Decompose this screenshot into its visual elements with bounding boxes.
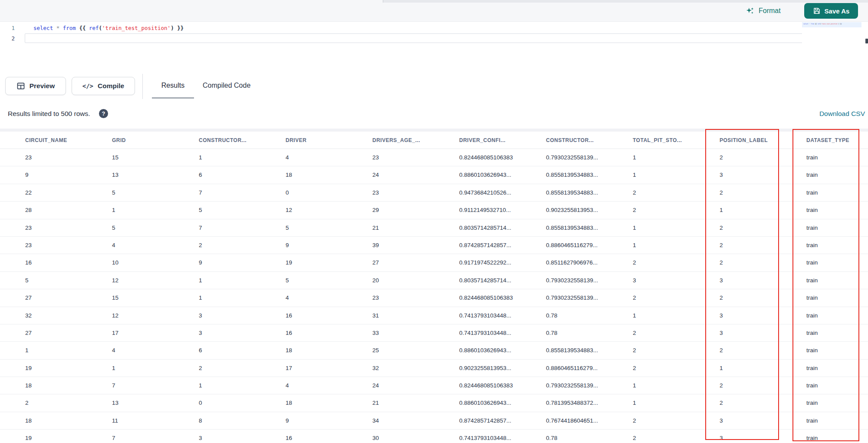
table-cell: 2 (694, 377, 781, 394)
code-line-1[interactable]: select * from {{ ref('train_test_positio… (33, 24, 184, 32)
table-cell: 32 (347, 360, 434, 377)
table-row: 23429390.8742857142857...0.8860465116279… (0, 237, 868, 254)
table-cell: 0.7930232558139... (521, 272, 608, 289)
table-cell: 3 (174, 307, 260, 324)
table-cell: 0.824468085106383 (434, 377, 521, 394)
table-cell: train (781, 272, 868, 289)
table-cell: 15 (87, 149, 174, 166)
table-cell: train (781, 394, 868, 411)
table-cell: 27 (0, 324, 87, 341)
table-cell: 0.7674418604651... (521, 412, 608, 429)
table-row: 231514230.8244680851063830.7930232558139… (0, 149, 868, 166)
compile-button[interactable]: </> Compile (72, 77, 135, 95)
table-cell: 1 (694, 202, 781, 218)
sparkles-icon (746, 7, 755, 16)
column-header: CONSTRUCTOR... (174, 132, 260, 149)
toolbar-divider (142, 74, 143, 99)
column-header: DRIVERS_AGE_... (347, 132, 434, 149)
table-cell: 18 (260, 166, 347, 183)
table-cell: 18 (0, 412, 87, 429)
table-cell: 2 (694, 237, 781, 254)
table-cell: train (781, 324, 868, 341)
table-cell: 0.8860103626943... (434, 166, 521, 183)
line-number-2: 2 (0, 35, 15, 42)
code-token: ( (99, 25, 102, 31)
download-csv-link[interactable]: Download CSV (819, 110, 865, 118)
table-cell: 15 (87, 289, 174, 306)
save-as-button-label: Save As (825, 7, 850, 15)
table-row: 14618250.8860103626943...0.8558139534883… (0, 342, 868, 359)
table-cell: 2 (608, 289, 694, 306)
table-row: 213018210.8860103626943...0.781395348837… (0, 394, 868, 412)
table-cell: 0.8860103626943... (434, 394, 521, 411)
table-cell: train (781, 254, 868, 271)
table-cell: 0.7413793103448... (434, 430, 521, 443)
table-cell: 23 (0, 149, 87, 166)
table-row: 51215200.8035714285714...0.7930232558139… (0, 272, 868, 289)
table-cell: 0.78 (521, 430, 608, 443)
table-cell: 2 (608, 412, 694, 429)
table-cell: 6 (174, 342, 260, 359)
column-header: CONSTRUCTOR... (521, 132, 608, 149)
table-cell: 0.8558139534883... (521, 184, 608, 201)
table-cell: 1 (608, 219, 694, 236)
save-as-button[interactable]: Save As (804, 3, 858, 19)
table-cell: train (781, 202, 868, 218)
table-cell: 1 (608, 394, 694, 411)
table-top-strip (0, 129, 868, 132)
code-brackets-icon: </> (82, 83, 93, 89)
table-cell: 32 (0, 307, 87, 324)
preview-button[interactable]: Preview (5, 77, 66, 95)
table-cell: 2 (694, 184, 781, 201)
table-cell: 31 (347, 307, 434, 324)
table-cell: 2 (608, 360, 694, 377)
table-cell: 5 (174, 202, 260, 218)
table-cell: 16 (0, 254, 87, 271)
table-cell: 2 (694, 149, 781, 166)
table-cell: 0.8558139534883... (521, 342, 608, 359)
tab-compiled-code[interactable]: Compiled Code (203, 82, 250, 89)
table-cell: 1 (608, 237, 694, 254)
help-icon[interactable]: ? (99, 109, 108, 118)
table-cell: 1 (608, 307, 694, 324)
code-token: ) (171, 25, 177, 31)
code-token: ref (89, 25, 99, 31)
table-cell: 0.8558139534883... (521, 219, 608, 236)
table-cell: train (781, 219, 868, 236)
table-cell: 0.9473684210526... (434, 184, 521, 201)
column-header: POSITION_LABEL (694, 132, 781, 149)
table-cell: 34 (347, 412, 434, 429)
table-cell: 0.8511627906976... (521, 254, 608, 271)
table-cell: 0.824468085106383 (434, 149, 521, 166)
code-token: from (63, 25, 79, 31)
table-cell: 0.8035714285714... (434, 272, 521, 289)
table-cell: 3 (694, 430, 781, 443)
code-editor[interactable]: 1 2 select * from {{ ref('train_test_pos… (0, 22, 868, 76)
table-cell: 3 (608, 272, 694, 289)
table-cell: 2 (608, 254, 694, 271)
top-tab-strip (383, 0, 868, 3)
table-body: 231514230.8244680851063830.7930232558139… (0, 149, 868, 443)
table-cell: 2 (608, 342, 694, 359)
table-cell: 0.7930232558139... (521, 377, 608, 394)
table-cell: 39 (347, 237, 434, 254)
table-cell: 10 (87, 254, 174, 271)
format-button-label: Format (759, 7, 781, 15)
table-cell: 18 (260, 342, 347, 359)
table-cell: 5 (260, 272, 347, 289)
column-header: GRID (87, 132, 174, 149)
compile-button-label: Compile (98, 82, 124, 90)
table-cell: 9 (260, 237, 347, 254)
tab-results[interactable]: Results (152, 82, 194, 89)
table-cell: 3 (694, 412, 781, 429)
format-button[interactable]: Format (746, 4, 781, 17)
editor-minimap[interactable]: select * from {{ ref('train_test_positio… (802, 22, 863, 53)
column-header: TOTAL_PIT_STO... (608, 132, 694, 149)
table-cell: 0.9023255813953... (434, 360, 521, 377)
table-cell: 2 (174, 237, 260, 254)
code-token: {{ (79, 25, 89, 31)
table-cell: 0 (174, 394, 260, 411)
preview-button-label: Preview (30, 82, 55, 90)
table-cell: 27 (347, 254, 434, 271)
table-cell: 1 (174, 149, 260, 166)
